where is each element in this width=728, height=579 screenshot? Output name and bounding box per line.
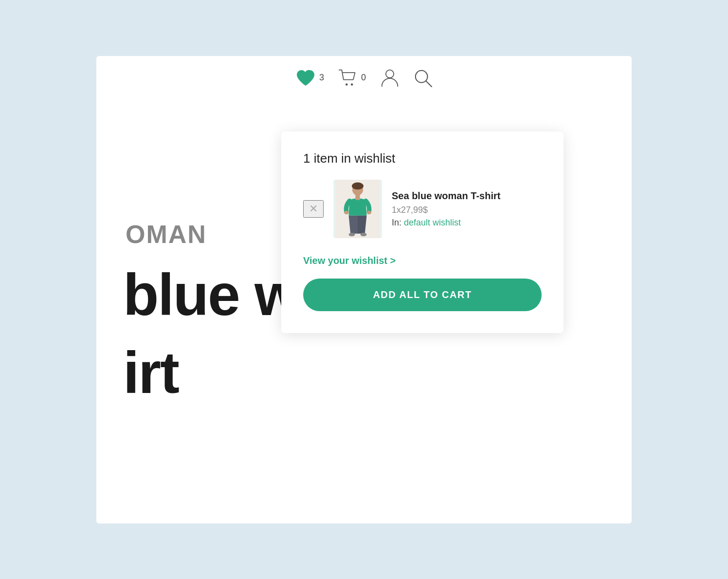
search-header-group[interactable] <box>414 69 432 87</box>
view-wishlist-link[interactable]: View your wishlist > <box>303 255 396 266</box>
user-header-group[interactable] <box>381 69 399 87</box>
heart-icon <box>296 68 315 88</box>
wishlist-name-link[interactable]: default wishlist <box>404 218 461 227</box>
bg-big-text-line1: blue w <box>123 265 299 523</box>
svg-point-1 <box>351 83 353 86</box>
wishlist-header-group[interactable]: 3 <box>296 68 324 88</box>
svg-point-7 <box>352 182 364 189</box>
svg-point-11 <box>349 232 355 236</box>
cart-count: 0 <box>361 73 366 83</box>
cart-header-group[interactable]: 0 <box>339 69 366 87</box>
in-label: In: <box>392 218 401 227</box>
wishlist-item-row: ✕ <box>303 180 542 238</box>
svg-point-8 <box>344 210 348 214</box>
item-price: 1x27,99$ <box>392 205 542 215</box>
svg-point-12 <box>361 232 367 236</box>
svg-line-4 <box>426 81 432 86</box>
user-icon <box>381 69 399 87</box>
item-image <box>333 180 382 238</box>
item-name: Sea blue woman T-shirt <box>392 189 542 202</box>
svg-point-3 <box>416 70 428 82</box>
search-icon <box>414 69 432 87</box>
cart-icon <box>339 69 357 87</box>
popup-title: 1 item in wishlist <box>303 151 542 166</box>
add-all-to-cart-button[interactable]: ADD ALL TO CART <box>303 279 542 311</box>
bg-category-label: OMAN <box>126 222 207 523</box>
svg-point-2 <box>386 70 394 77</box>
page-container: OMAN blue w irt 3 0 <box>96 56 632 523</box>
item-wishlist-info: In: default wishlist <box>392 218 542 228</box>
header: 3 0 <box>96 56 632 100</box>
wishlist-count: 3 <box>319 73 324 83</box>
svg-point-9 <box>366 210 371 214</box>
svg-rect-10 <box>355 194 360 200</box>
svg-point-0 <box>346 83 348 86</box>
bg-big-text-line2: irt <box>123 343 179 523</box>
item-details: Sea blue woman T-shirt 1x27,99$ In: defa… <box>392 189 542 228</box>
wishlist-popup: 1 item in wishlist ✕ <box>281 131 564 333</box>
remove-item-button[interactable]: ✕ <box>303 200 324 218</box>
